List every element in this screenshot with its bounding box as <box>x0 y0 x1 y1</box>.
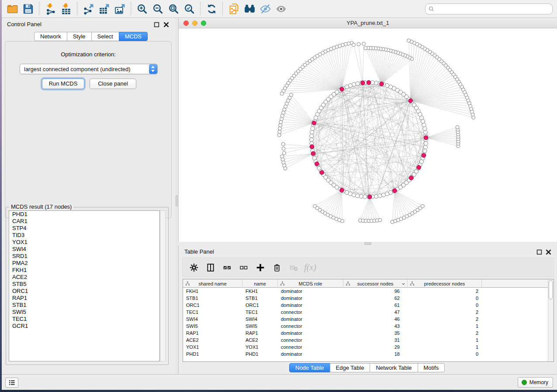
table-cell[interactable]: SWI5 <box>183 323 242 330</box>
graph-leaf-node[interactable] <box>279 120 283 124</box>
table-cell[interactable]: YOX1 <box>183 344 242 351</box>
mcds-result-item[interactable]: STB5 <box>9 281 159 288</box>
graph-leaf-node[interactable] <box>421 204 424 208</box>
add-column-button[interactable] <box>255 262 266 273</box>
tab-style[interactable]: Style <box>67 32 92 41</box>
graph-mcds-node[interactable] <box>417 165 421 170</box>
table-cell[interactable]: 35 <box>343 330 408 337</box>
vertical-splitter[interactable] <box>175 18 178 374</box>
graph-leaf-node[interactable] <box>280 92 284 95</box>
import-network-button[interactable] <box>42 1 58 16</box>
table-cell[interactable]: 61 <box>343 302 408 309</box>
graph-leaf-node[interactable] <box>282 147 285 150</box>
mcds-result-item[interactable]: GCR1 <box>9 323 159 330</box>
export-table-button[interactable] <box>96 1 112 16</box>
hide-selected-button[interactable] <box>257 1 273 16</box>
table-cell[interactable]: TEC1 <box>242 309 278 316</box>
graph-node[interactable] <box>374 194 378 198</box>
table-cell[interactable]: PHD1 <box>183 351 242 358</box>
task-history-button[interactable] <box>5 378 18 388</box>
table-cell[interactable]: YOX1 <box>242 344 278 351</box>
network-window-titlebar[interactable]: YPA_prune.txt_1 <box>179 18 557 28</box>
table-cell[interactable]: 1 <box>408 337 482 344</box>
graph-leaf-node[interactable] <box>340 219 344 223</box>
table-cell[interactable]: ACE2 <box>183 337 242 344</box>
mcds-list-scrollbar[interactable] <box>160 210 166 361</box>
splitter-grip[interactable] <box>176 195 178 206</box>
table-cell[interactable]: 31 <box>343 337 408 344</box>
mcds-result-item[interactable]: PHD1 <box>9 211 159 218</box>
graph-mcds-node[interactable] <box>424 136 428 140</box>
table-cell[interactable]: RAP1 <box>183 330 242 337</box>
graph-mcds-node[interactable] <box>408 99 413 103</box>
table-cell[interactable]: connector <box>278 344 343 351</box>
table-cell[interactable]: connector <box>278 323 343 330</box>
close-icon[interactable] <box>163 21 169 27</box>
graph-node[interactable] <box>370 81 374 85</box>
search-field[interactable] <box>425 3 553 14</box>
graph-node[interactable] <box>423 145 427 149</box>
graph-node[interactable] <box>356 82 360 86</box>
search-input[interactable] <box>434 5 552 14</box>
mcds-result-item[interactable]: TID3 <box>9 232 159 239</box>
table-row[interactable]: ACE2ACE2connector311 <box>183 337 554 344</box>
table-cell[interactable]: connector <box>278 337 343 344</box>
float-icon[interactable] <box>154 21 159 27</box>
table-cell[interactable]: dominator <box>278 330 343 337</box>
export-image-button[interactable] <box>112 1 128 16</box>
graph-leaf-node[interactable] <box>280 117 284 121</box>
save-session-button[interactable] <box>20 1 36 16</box>
table-cell[interactable]: dominator <box>278 351 343 358</box>
export-network-button[interactable] <box>80 1 96 16</box>
graph-mcds-node[interactable] <box>315 162 319 166</box>
table-cell[interactable]: TEC1 <box>183 309 242 316</box>
graph-leaf-node[interactable] <box>281 142 285 146</box>
table-row[interactable]: STB1STB1dominator620 <box>183 295 554 302</box>
mcds-result-item[interactable]: FKH1 <box>9 267 159 274</box>
graph-mcds-node[interactable] <box>340 87 344 92</box>
table-row[interactable]: ORC1ORC1dominator610 <box>183 302 554 309</box>
table-cell[interactable]: ORC1 <box>183 302 242 309</box>
table-cell[interactable]: FKH1 <box>242 288 278 295</box>
mcds-result-item[interactable]: CAR1 <box>9 218 159 225</box>
table-cell[interactable]: 2 <box>408 316 482 323</box>
network-from-selection-button[interactable] <box>226 1 242 16</box>
graph-leaf-node[interactable] <box>278 130 281 134</box>
tab-mcds[interactable]: MCDS <box>119 32 148 41</box>
close-icon[interactable] <box>546 249 551 254</box>
mcds-result-item[interactable]: SWI4 <box>9 246 159 253</box>
mcds-result-item[interactable]: RAP1 <box>9 295 159 302</box>
graph-leaf-node[interactable] <box>284 167 287 170</box>
table-row[interactable]: PHD1PHD1dominator180 <box>183 351 554 358</box>
mcds-result-item[interactable]: PMA2 <box>9 260 159 267</box>
graph-node[interactable] <box>378 194 382 198</box>
tab-network-table[interactable]: Network Table <box>370 363 418 372</box>
network-graph[interactable] <box>179 28 557 242</box>
graph-leaf-node[interactable] <box>456 125 459 129</box>
table-cell[interactable]: dominator <box>278 288 343 295</box>
table-cell[interactable]: 47 <box>343 309 408 316</box>
table-cell[interactable]: SWI4 <box>242 316 278 323</box>
column-header-successor-nodes[interactable]: successor nodes <box>343 279 408 288</box>
zoom-out-button[interactable] <box>150 1 166 16</box>
table-cell[interactable]: RAP1 <box>242 330 278 337</box>
mcds-result-item[interactable]: SWI5 <box>9 309 159 316</box>
table-cell[interactable]: 0 <box>408 295 482 302</box>
graph-node[interactable] <box>352 193 356 197</box>
table-cell[interactable]: SWI4 <box>183 316 242 323</box>
graph-leaf-node[interactable] <box>362 42 365 45</box>
graph-node[interactable] <box>363 195 367 199</box>
criterion-dropdown[interactable]: largest connected component (undirected) <box>20 64 158 74</box>
table-cell[interactable]: STB1 <box>242 295 278 302</box>
graph-leaf-node[interactable] <box>278 127 282 130</box>
graph-mcds-node[interactable] <box>340 188 344 193</box>
graph-node[interactable] <box>423 127 427 131</box>
deselect-all-button[interactable] <box>239 262 249 273</box>
network-canvas[interactable] <box>179 28 557 242</box>
graph-leaf-node[interactable] <box>378 218 382 222</box>
table-cell[interactable]: dominator <box>278 295 343 302</box>
graph-node[interactable] <box>356 194 360 198</box>
graph-node[interactable] <box>374 81 378 85</box>
graph-mcds-node[interactable] <box>409 176 414 180</box>
graph-mcds-node[interactable] <box>361 81 365 85</box>
